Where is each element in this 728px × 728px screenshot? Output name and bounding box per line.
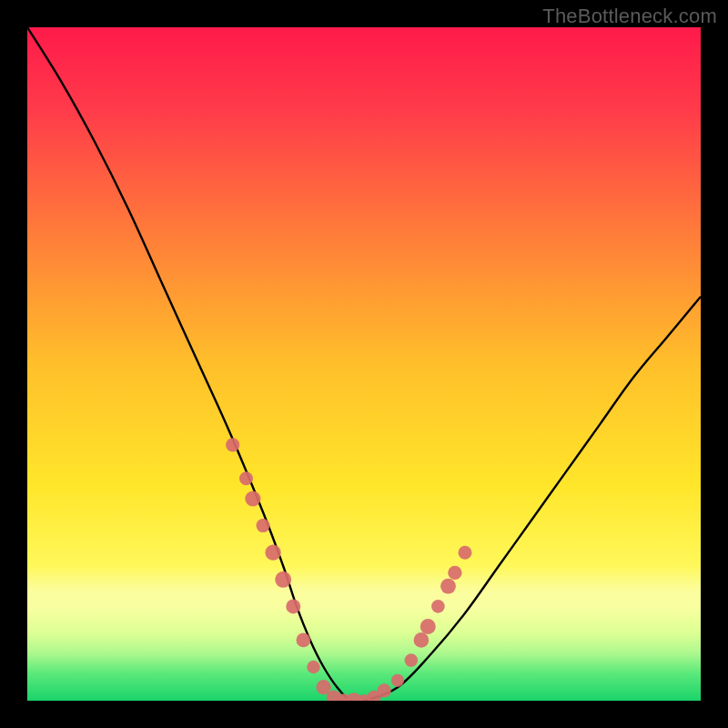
highlight-dot: [448, 566, 461, 580]
chart-frame: TheBottleneck.com: [0, 0, 728, 728]
highlight-dot: [440, 579, 456, 594]
highlight-dot: [378, 683, 391, 697]
bottleneck-curve: [27, 27, 701, 701]
highlight-dot: [245, 490, 260, 506]
highlight-dot: [431, 600, 445, 613]
highlight-dot: [226, 438, 239, 451]
highlight-dot: [405, 653, 419, 667]
plot-area: [27, 27, 701, 701]
highlight-dot: [459, 546, 472, 560]
highlight-dot: [414, 632, 430, 648]
curve-layer: [27, 27, 701, 701]
highlight-dot: [266, 545, 281, 561]
highlight-dot: [257, 519, 270, 532]
watermark-text: TheBottleneck.com: [542, 5, 717, 28]
highlight-dot: [275, 571, 291, 588]
highlight-dot: [307, 661, 319, 673]
highlight-dot: [286, 599, 300, 613]
highlight-dot: [239, 471, 253, 485]
highlight-dot: [391, 674, 404, 687]
highlight-dot: [297, 633, 311, 648]
highlight-dots: [226, 438, 471, 701]
highlight-dot: [420, 619, 436, 634]
